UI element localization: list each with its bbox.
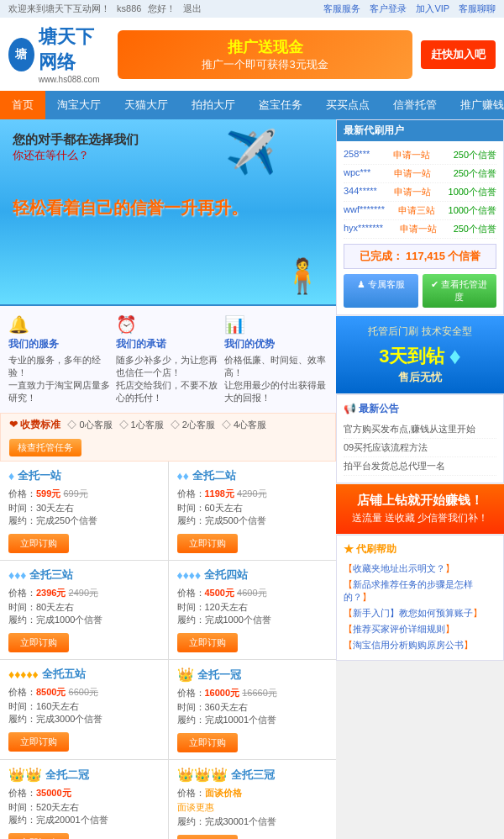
cs-item-2: ◇ 2心客服	[171, 419, 215, 431]
order-btn-5[interactable]: 立即订购	[8, 732, 69, 752]
package-7: 👑👑 全托二冠 价格：35000元 时间：520天左右 履约：完成20001个信…	[0, 760, 168, 839]
hero-big-text: 轻松看着自己的信誉一升再升。	[13, 197, 323, 219]
nav-taobao[interactable]: 淘宝大厅	[45, 91, 113, 119]
package-title-7: 👑👑 全托二冠	[8, 767, 160, 783]
nav-trust[interactable]: 信誉托管	[381, 91, 449, 119]
package-time-2: 时间：60天左右	[177, 502, 328, 514]
help-item-0[interactable]: 收藏夹地址出示明文？	[344, 561, 496, 577]
shop-promo-title: 店铺上钻就开始赚钱！	[344, 493, 496, 509]
user-row-2: 344***** 申请一站 1000个信誉	[344, 183, 496, 202]
order-btn-4[interactable]: 立即订购	[177, 633, 238, 652]
diamond-icon-1: ♦	[8, 469, 14, 483]
new-users-box: 最新代刷用户 258*** 申请一站 250个信誉 wpc*** 申请一站 25…	[336, 119, 504, 315]
service-icon-3: 📊	[224, 314, 328, 335]
package-price-5: 价格：8500元 6600元	[8, 686, 160, 699]
ann-item-0: 官方购买发布点,赚钱从这里开始	[344, 420, 496, 439]
package-time-1: 时间：30天左右	[8, 502, 160, 514]
service-title-2: 我们的承诺	[116, 337, 219, 351]
package-title-2: ♦♦ 全托二站	[177, 468, 328, 483]
package-result-4: 履约：完成1000个信誉	[177, 614, 328, 626]
logout-link[interactable]: 退出	[183, 3, 202, 13]
package-5: ♦♦♦♦♦ 全托五站 价格：8500元 6600元 时间：160天左右 履约：完…	[0, 660, 168, 759]
join-button[interactable]: 赶快加入吧	[421, 40, 496, 69]
welcome-text: 欢迎来到塘天下互动网！	[8, 3, 110, 13]
packages-grid: ♦ 全托一站 价格：599元 699元 时间：30天左右 履约：完成250个信誉…	[0, 462, 336, 839]
customer-service-button[interactable]: ♟ 专属客服	[344, 274, 418, 308]
main-section: 您的对手都在选择我们 你还在等什么？ ✈️ 🧍 轻松看着自己的信誉一升再升。 🔔…	[0, 119, 504, 839]
user-id: ks886	[117, 3, 141, 13]
help-title: ★ 代刷帮助	[344, 542, 496, 557]
shop-promo-banner: 店铺上钻就开始赚钱！ 送流量 送收藏 少信誉我们补！	[336, 484, 504, 534]
order-btn-1[interactable]: 立即订购	[8, 534, 69, 553]
header: 塘 塘天下网络 www.hs088.com 推广送现金 推广一个即可获得3元现金…	[0, 18, 504, 91]
nav-tasks[interactable]: 盗宝任务	[247, 91, 314, 119]
check-progress-button[interactable]: ✔ 查看托管进度	[423, 274, 497, 308]
package-8: 👑👑👑 全托三冠 价格：面谈价格 面谈更惠 履约：完成30001个信誉 立即订购	[169, 760, 337, 839]
check-tasks-button[interactable]: 核查托管任务	[9, 439, 81, 456]
diamond-gold-icon-5: ♦♦♦♦♦	[8, 668, 39, 681]
package-result-8: 履约：完成30001个信誉	[177, 815, 328, 828]
package-title-1: ♦ 全托一站	[8, 468, 160, 483]
rating-label: ❤ 收费标准	[9, 418, 60, 432]
nav-paipai[interactable]: 拍拍大厅	[180, 91, 247, 119]
logo-icon: 塘	[8, 38, 34, 71]
right-column: 最新代刷用户 258*** 申请一站 250个信誉 wpc*** 申请一站 25…	[336, 119, 504, 839]
hero-banner: 您的对手都在选择我们 你还在等什么？ ✈️ 🧍 轻松看着自己的信誉一升再升。	[0, 119, 336, 304]
logo: 塘 塘天下网络 www.hs088.com	[8, 24, 109, 84]
package-price-2: 价格：1198元 4290元	[177, 488, 328, 500]
chat-link[interactable]: 客服聊聊	[459, 3, 496, 13]
help-item-3[interactable]: 推荐买家评价详细规则	[344, 621, 496, 637]
promo-days-row: 3天到钻 ♦	[344, 343, 496, 370]
login-link[interactable]: 客户登录	[370, 3, 407, 13]
package-price-6: 价格：16000元 16660元	[177, 687, 328, 699]
new-users-title: 最新代刷用户	[337, 120, 503, 141]
order-btn-3[interactable]: 立即订购	[8, 633, 69, 652]
package-title-3: ♦♦♦ 全托三站	[8, 567, 160, 583]
order-btn-8[interactable]: 立即订购	[177, 835, 238, 839]
help-item-1[interactable]: 新品求推荐任务的步骤是怎样的？	[344, 577, 496, 605]
package-4: ♦♦♦♦ 全托四站 价格：4500元 4600元 时间：120天左右 履约：完成…	[169, 561, 337, 659]
help-item-2[interactable]: 新手入门】教您如何预算账子	[344, 605, 496, 621]
service-desc-2: 随多少补多少，为让您再也信任一个店！	[116, 354, 219, 379]
crown-icon-6: 👑	[177, 667, 194, 683]
help-item-4[interactable]: 淘宝信用分析购购原房公书	[344, 637, 496, 653]
customer-service-link[interactable]: 客服服务	[323, 3, 360, 13]
nav-tmall[interactable]: 天猫大厅	[113, 91, 180, 119]
services-row: 🔔 我们的服务 专业的服务，多年的经验！ 一直致力于淘宝网店量多研究！ ⏰ 我们…	[0, 304, 336, 413]
logo-text-block: 塘天下网络 www.hs088.com	[39, 24, 109, 84]
promo-badge: 托管后门刷 技术安全型	[344, 325, 496, 339]
order-btn-6[interactable]: 立即订购	[177, 733, 238, 752]
left-column: 您的对手都在选择我们 你还在等什么？ ✈️ 🧍 轻松看着自己的信誉一升再升。 🔔…	[0, 119, 336, 839]
service-3: 📊 我们的优势 价格低廉、时间短、效率高！ 让您用最少的付出获得最大的回报！	[224, 314, 328, 404]
service-desc2-2: 托店交给我们，不要不放心的托付！	[116, 379, 219, 404]
service-title-3: 我们的优势	[224, 337, 328, 351]
package-price-8: 价格：面谈价格	[177, 787, 328, 799]
completed-count: 117,415	[406, 250, 445, 262]
top-bar: 欢迎来到塘天下互动网！ ks886 您好！ 退出 客服服务 客户登录 加入VIP…	[0, 0, 504, 18]
package-time-3: 时间：80天左右	[8, 601, 160, 614]
package-title-4: ♦♦♦♦ 全托四站	[177, 567, 328, 583]
action-buttons: ♟ 专属客服 ✔ 查看托管进度	[344, 274, 496, 308]
crown-icon-7: 👑👑	[8, 767, 42, 783]
order-btn-2[interactable]: 立即订购	[177, 534, 238, 553]
package-price-7: 价格：35000元	[8, 787, 160, 799]
promo-banner: 推广送现金 推广一个即可获得3元现金	[118, 30, 412, 79]
package-1: ♦ 全托一站 价格：599元 699元 时间：30天左右 履约：完成250个信誉…	[0, 462, 168, 560]
nav-promote[interactable]: 买买点点	[314, 91, 381, 119]
person-icon: 🧍	[281, 256, 323, 296]
completed-unit: 个信誉	[448, 250, 480, 262]
package-result-6: 履约：完成10001个信誉	[177, 714, 328, 726]
diamond-icon-3: ♦♦♦	[8, 568, 26, 582]
crown-icon-8: 👑👑👑	[177, 767, 228, 783]
package-3: ♦♦♦ 全托三站 价格：2396元 2490元 时间：80天左右 履约：完成10…	[0, 561, 168, 659]
nav-earn[interactable]: 推广赚钱	[449, 91, 504, 119]
order-btn-7[interactable]: 立即订购	[8, 833, 69, 839]
vip-link[interactable]: 加入VIP	[416, 3, 449, 13]
promo-days: 3天到钻	[379, 344, 444, 369]
service-title-1: 我们的服务	[8, 337, 112, 351]
rating-row: ❤ 收费标准 ◇ 0心客服 ◇ 1心客服 ◇ 2心客服 ◇ 4心客服 核查托管任…	[0, 413, 336, 462]
help-box: ★ 代刷帮助 收藏夹地址出示明文？ 新品求推荐任务的步骤是怎样的？ 新手入门】教…	[336, 535, 504, 661]
nav-home[interactable]: 首页	[0, 91, 45, 119]
top-bar-left: 欢迎来到塘天下互动网！ ks886 您好！ 退出	[8, 3, 202, 15]
service-1: 🔔 我们的服务 专业的服务，多年的经验！ 一直致力于淘宝网店量多研究！	[8, 314, 112, 404]
